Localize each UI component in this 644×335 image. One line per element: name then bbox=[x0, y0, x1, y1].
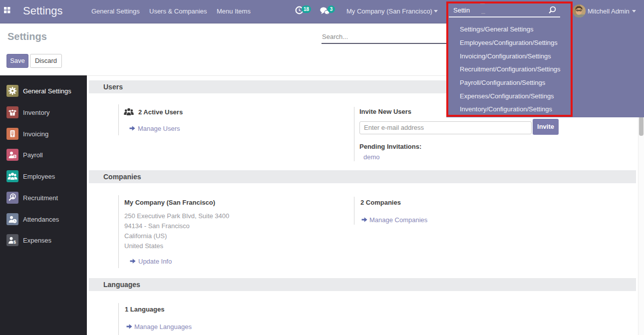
svg-text:$: $ bbox=[13, 240, 16, 245]
svg-text:$: $ bbox=[11, 134, 13, 137]
